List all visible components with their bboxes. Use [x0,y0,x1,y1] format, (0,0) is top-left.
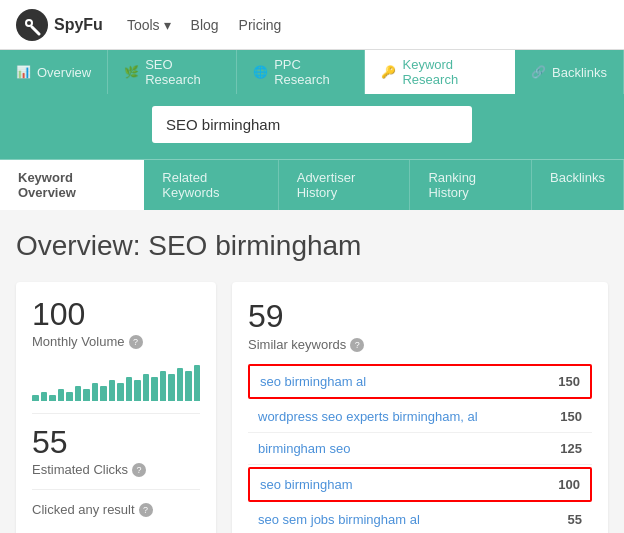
tab-seo-research[interactable]: 🌿 SEO Research [108,50,237,94]
chart-bar [58,389,65,401]
page-title: Overview: SEO birmingham [16,230,608,262]
estimated-clicks-info-icon[interactable]: ? [132,463,146,477]
estimated-clicks-label: Estimated Clicks ? [32,462,200,477]
chart-bar [92,383,99,401]
nav-links: Tools ▾ Blog Pricing [127,17,282,33]
chart-bar [126,377,133,401]
tab-ppc-research[interactable]: 🌐 PPC Research [237,50,365,94]
keyword-value: 125 [560,441,582,456]
chart-bar [66,392,73,401]
keyword-row[interactable]: seo birmingham100 [248,467,592,502]
main-content: Overview: SEO birmingham 100 Monthly Vol… [0,210,624,533]
chart-bar [109,380,116,401]
chart-bar [177,368,184,401]
sub-tab-backlinks[interactable]: Backlinks [532,160,624,210]
clicked-any-info-icon[interactable]: ? [139,503,153,517]
chart-bar [143,374,150,401]
keyword-row[interactable]: seo birmingham al150 [248,364,592,399]
tab-overview[interactable]: 📊 Overview [0,50,108,94]
keyword-name: seo birmingham [260,477,353,492]
logo-text: SpyFu [54,16,103,34]
sub-tab-related-keywords[interactable]: Related Keywords [144,160,278,210]
tab-keyword-research[interactable]: 🔑 Keyword Research [365,50,515,94]
svg-point-2 [27,21,31,25]
similar-count: 59 [248,298,592,335]
chart-bar [49,395,56,401]
mini-chart [32,361,200,401]
overview-icon: 📊 [16,65,31,79]
sub-tab-ranking-history[interactable]: Ranking History [410,160,532,210]
search-section [0,94,624,159]
monthly-volume-label: Monthly Volume ? [32,334,200,349]
tools-nav-link[interactable]: Tools ▾ [127,17,171,33]
similar-label: Similar keywords ? [248,337,592,352]
keyword-row[interactable]: wordpress seo experts birmingham, al150 [248,401,592,433]
chart-bar [83,389,90,401]
chart-bar [185,371,192,401]
keyword-name: seo birmingham al [260,374,366,389]
chart-bar [32,395,39,401]
keyword-row[interactable]: birmingham seo125 [248,433,592,465]
divider2 [32,489,200,490]
chart-bar [100,386,107,401]
keyword-value: 55 [568,512,582,527]
keyword-icon: 🔑 [381,65,396,79]
chart-bar [168,374,175,401]
backlinks-icon: 🔗 [531,65,546,79]
monthly-volume-value: 100 [32,298,200,330]
chart-bar [117,383,124,401]
keyword-row[interactable]: seo sem jobs birmingham al55 [248,504,592,533]
chart-bar [75,386,82,401]
divider [32,413,200,414]
keyword-value: 150 [558,374,580,389]
right-card: 59 Similar keywords ? seo birmingham al1… [232,282,608,533]
left-card: 100 Monthly Volume ? 55 Estimated Clicks… [16,282,216,533]
keyword-name: wordpress seo experts birmingham, al [258,409,478,424]
chevron-down-icon: ▾ [164,17,171,33]
tab-backlinks[interactable]: 🔗 Backlinks [515,50,624,94]
pricing-nav-link[interactable]: Pricing [239,17,282,33]
chart-bar [194,365,201,401]
sub-tab-advertiser-history[interactable]: Advertiser History [279,160,411,210]
blog-nav-link[interactable]: Blog [191,17,219,33]
keyword-name: birmingham seo [258,441,351,456]
chart-bar [41,392,48,401]
logo[interactable]: SpyFu [16,9,103,41]
logo-icon [16,9,48,41]
clicked-any-label: Clicked any result ? [32,502,200,517]
top-nav: SpyFu Tools ▾ Blog Pricing [0,0,624,50]
monthly-volume-info-icon[interactable]: ? [129,335,143,349]
keywords-list: seo birmingham al150wordpress seo expert… [248,364,592,533]
chart-bar [134,380,141,401]
ppc-icon: 🌐 [253,65,268,79]
seo-icon: 🌿 [124,65,139,79]
sub-tabs: Keyword Overview Related Keywords Advert… [0,159,624,210]
keyword-value: 100 [558,477,580,492]
keyword-name: seo sem jobs birmingham al [258,512,420,527]
similar-keywords-info-icon[interactable]: ? [350,338,364,352]
estimated-clicks-value: 55 [32,426,200,458]
search-input[interactable] [152,106,472,143]
chart-bar [160,371,167,401]
chart-bar [151,377,158,401]
second-nav: 📊 Overview 🌿 SEO Research 🌐 PPC Research… [0,50,624,94]
sub-tab-keyword-overview[interactable]: Keyword Overview [0,160,144,210]
keyword-value: 150 [560,409,582,424]
cards-row: 100 Monthly Volume ? 55 Estimated Clicks… [16,282,608,533]
